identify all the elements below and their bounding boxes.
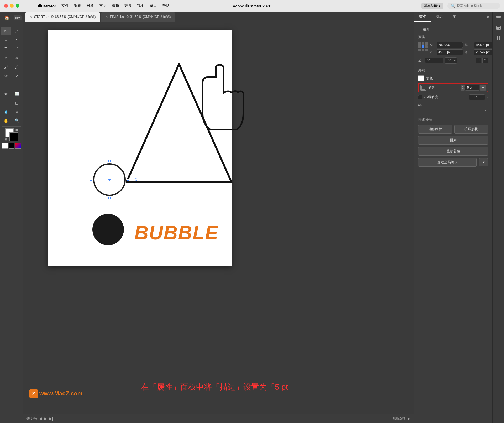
anchor-bottom[interactable] bbox=[108, 197, 111, 199]
tab-finish[interactable]: ✕ FINISH.ai @ 31.53% (CMYK/GPU 预览) bbox=[101, 12, 175, 22]
graph-tool[interactable]: 📊 bbox=[12, 90, 22, 98]
expand-shape-btn[interactable]: 扩展形状 bbox=[454, 125, 489, 134]
library-panel-icon[interactable] bbox=[494, 34, 503, 42]
menu-object[interactable]: 对象 bbox=[87, 3, 94, 8]
apple-menu[interactable]:  bbox=[29, 3, 31, 9]
menu-effect[interactable]: 效果 bbox=[124, 3, 132, 8]
menu-edit[interactable]: 编辑 bbox=[74, 3, 81, 8]
anchor-topleft[interactable] bbox=[90, 160, 92, 162]
tab-start[interactable]: ✕ START.ai* @ 66.67% (CMYK/GPU 预览) bbox=[25, 12, 100, 22]
stroke-up-btn[interactable]: ▲ bbox=[461, 85, 465, 88]
mesh-tool[interactable]: ⊞ bbox=[1, 98, 11, 107]
center-point[interactable] bbox=[108, 179, 111, 181]
y-input[interactable] bbox=[437, 49, 463, 55]
global-edit-btn[interactable]: 启动全局编辑 bbox=[418, 158, 477, 167]
tab-properties[interactable]: 属性 bbox=[414, 12, 431, 22]
tab-close-icon[interactable]: ✕ bbox=[29, 15, 32, 19]
color-swatches[interactable]: ⇄ ⊡ bbox=[5, 128, 18, 141]
direct-selection-tool[interactable]: ↗ bbox=[12, 27, 22, 35]
swap-colors-icon[interactable]: ⇄ bbox=[15, 128, 18, 132]
hand-tool[interactable]: ✋ bbox=[1, 116, 11, 125]
fill-row[interactable]: 填色 bbox=[418, 75, 488, 81]
more-tools[interactable]: ··· bbox=[9, 151, 14, 157]
anchor-bottomleft[interactable] bbox=[90, 197, 92, 199]
pencil-tool[interactable]: ✏ bbox=[12, 54, 22, 62]
flip-horizontal-icon[interactable]: ⇄ bbox=[476, 58, 481, 63]
circle-object[interactable] bbox=[91, 161, 128, 198]
stroke-color-swatch[interactable] bbox=[420, 85, 426, 91]
tab-library[interactable]: 库 bbox=[448, 12, 461, 22]
opacity-expand-icon[interactable]: › bbox=[487, 95, 488, 99]
paintbrush-tool[interactable]: 🖌 bbox=[1, 63, 11, 71]
offset-path-btn[interactable]: 偏移路径 bbox=[418, 125, 452, 134]
properties-panel-icon[interactable] bbox=[494, 24, 503, 32]
stroke-dropdown-btn[interactable]: ▾ bbox=[480, 85, 486, 91]
blob-brush-tool[interactable]: 🖊 bbox=[12, 63, 22, 71]
stroke-row[interactable]: 描边 ▲ ▼ ▾ bbox=[418, 83, 488, 92]
menu-file[interactable]: 文件 bbox=[61, 3, 69, 8]
stroke-down-btn[interactable]: ▼ bbox=[461, 88, 465, 91]
nav-next[interactable]: ▶ bbox=[44, 416, 47, 421]
curvature-tool[interactable]: ∿ bbox=[12, 36, 22, 44]
zoom-level[interactable]: 66.67% bbox=[26, 417, 37, 420]
tab-finish-close-icon[interactable]: ✕ bbox=[105, 15, 108, 19]
menu-help[interactable]: 帮助 bbox=[162, 3, 170, 8]
canvas-content[interactable]: BUBBLE 在「属性」面板中将「描边」设置为「5 pt」 Z www.MacZ… bbox=[23, 22, 414, 414]
fill-color-swatch[interactable] bbox=[418, 75, 424, 81]
recolor-btn[interactable]: 重新着色 bbox=[418, 147, 488, 156]
angle-input[interactable] bbox=[425, 58, 443, 63]
menu-select[interactable]: 选择 bbox=[112, 3, 119, 8]
minimize-button[interactable] bbox=[10, 4, 14, 8]
layers-panel-icon[interactable] bbox=[494, 14, 503, 22]
symbol-tool[interactable]: ❋ bbox=[1, 90, 11, 98]
flip-vertical-icon[interactable]: ⇅ bbox=[482, 58, 488, 63]
opacity-checkbox[interactable] bbox=[418, 95, 422, 99]
angle-dropdown[interactable]: 0° bbox=[445, 57, 457, 64]
transform-ref-grid[interactable] bbox=[418, 42, 428, 51]
arrange-btn[interactable]: 排列 bbox=[418, 136, 488, 145]
rotate-tool[interactable]: ⟳ bbox=[1, 72, 11, 80]
color-swatch-3[interactable] bbox=[15, 143, 21, 149]
anchor-top[interactable] bbox=[108, 160, 111, 162]
anchor-topright[interactable] bbox=[127, 160, 129, 162]
eyedropper-tool[interactable]: 💧 bbox=[1, 107, 11, 116]
opacity-input[interactable] bbox=[469, 94, 485, 100]
canvas-nav-right[interactable]: ▶ bbox=[408, 416, 411, 421]
selection-tool[interactable]: ↖ bbox=[1, 27, 11, 35]
ellipse-tool[interactable]: ○ bbox=[1, 54, 11, 62]
home-button[interactable]: 🏠 bbox=[2, 14, 12, 22]
free-transform-tool[interactable]: ⊡ bbox=[12, 81, 22, 89]
color-swatch-2[interactable] bbox=[9, 143, 14, 149]
nav-end[interactable]: ▶| bbox=[49, 416, 53, 421]
pen-tool[interactable]: ✒ bbox=[1, 36, 11, 44]
blend-tool[interactable]: ∞ bbox=[12, 107, 22, 116]
height-input[interactable] bbox=[474, 49, 492, 55]
type-tool[interactable]: T bbox=[1, 45, 11, 53]
anchor-bottomright[interactable] bbox=[127, 197, 129, 199]
stroke-value-input[interactable] bbox=[465, 85, 479, 91]
anchor-left[interactable] bbox=[90, 179, 92, 181]
global-edit-dropdown[interactable]: ▾ bbox=[479, 158, 488, 166]
line-tool[interactable]: / bbox=[12, 45, 22, 53]
maximize-button[interactable] bbox=[16, 4, 19, 8]
search-stock-input[interactable]: 🔍 搜索 Adobe Stock bbox=[447, 3, 500, 9]
zoom-tool[interactable]: 🔍 bbox=[12, 116, 22, 125]
scale-tool[interactable]: ⤢ bbox=[12, 72, 22, 80]
warp-tool[interactable]: ⌇ bbox=[1, 81, 11, 89]
workspace-selector[interactable]: 基本功能 ▾ bbox=[421, 3, 443, 9]
gradient-tool[interactable]: ◫ bbox=[12, 98, 22, 107]
anchor-handle[interactable] bbox=[135, 178, 137, 181]
appearance-more-btn[interactable]: ··· bbox=[418, 108, 488, 113]
panel-expand-icon[interactable]: » bbox=[484, 14, 492, 19]
menu-view[interactable]: 视图 bbox=[137, 3, 144, 8]
menu-window[interactable]: 窗口 bbox=[150, 3, 157, 8]
x-input[interactable] bbox=[437, 42, 463, 48]
nav-prev[interactable]: ◀ bbox=[39, 416, 42, 421]
tab-layers[interactable]: 图层 bbox=[431, 12, 448, 22]
stroke-stepper[interactable]: ▲ ▼ bbox=[461, 85, 465, 91]
menu-text[interactable]: 文字 bbox=[99, 3, 107, 8]
fx-label[interactable]: fx. bbox=[418, 102, 488, 107]
reset-colors-icon[interactable]: ⊡ bbox=[5, 138, 8, 141]
width-input[interactable] bbox=[474, 42, 492, 48]
app-name[interactable]: Illustrator bbox=[38, 4, 56, 8]
